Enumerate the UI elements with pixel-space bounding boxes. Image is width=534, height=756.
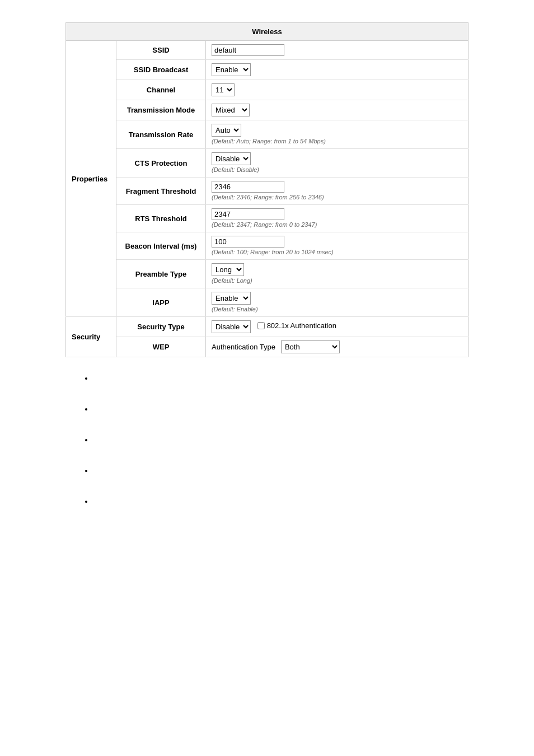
table-row: Channel 1234 5678 91011 — [66, 80, 469, 100]
table-row: Preamble Type Long Short (Default: Long) — [66, 260, 469, 288]
wep-cell: Authentication Type Both Open System Sha… — [206, 337, 469, 357]
table-row: CTS Protection Disable Enable (Default: … — [66, 149, 469, 178]
table-row: Security Security Type Disable WEP WPA W… — [66, 317, 469, 337]
transmission-mode-select[interactable]: Mixed B-Only G-Only — [212, 104, 250, 116]
cts-protection-select[interactable]: Disable Enable — [212, 152, 251, 165]
iapp-label: IAPP — [116, 288, 206, 317]
table-row: WEP Authentication Type Both Open System… — [66, 337, 469, 357]
preamble-type-cell: Long Short (Default: Long) — [206, 260, 469, 288]
transmission-rate-select[interactable]: Auto 125.5 1154 — [212, 124, 241, 137]
list-item — [93, 466, 469, 475]
list-item — [93, 405, 469, 413]
preamble-type-select[interactable]: Long Short — [212, 263, 244, 276]
ssid-label: SSID — [116, 41, 206, 60]
properties-section-label: Properties — [66, 41, 116, 317]
beacon-interval-cell: (Default: 100; Range: from 20 to 1024 ms… — [206, 232, 469, 260]
bullet-list-1 — [82, 374, 469, 413]
ssid-value-cell — [206, 41, 469, 60]
rts-threshold-label: RTS Threshold — [116, 205, 206, 232]
list-item — [93, 436, 469, 444]
ssid-broadcast-label: SSID Broadcast — [116, 60, 206, 80]
beacon-interval-label: Beacon Interval (ms) — [116, 232, 206, 260]
auth-type-label: Authentication Type — [212, 343, 275, 351]
table-row: Fragment Threshold (Default: 2346; Range… — [66, 178, 469, 205]
fragment-threshold-label: Fragment Threshold — [116, 178, 206, 205]
channel-select[interactable]: 1234 5678 91011 — [212, 83, 235, 96]
table-row: Transmission Mode Mixed B-Only G-Only — [66, 100, 469, 120]
list-item — [93, 374, 469, 382]
ssid-input[interactable] — [212, 44, 284, 56]
table-row: Properties SSID — [66, 41, 469, 60]
beacon-interval-hint: (Default: 100; Range: from 20 to 1024 ms… — [212, 249, 334, 255]
802-1x-label: 802.1x Authentication — [267, 321, 336, 330]
iapp-hint: (Default: Enable) — [212, 306, 258, 312]
bullet-list-2 — [82, 436, 469, 506]
802-1x-checkbox-label: 802.1x Authentication — [257, 321, 336, 330]
security-section-label: Security — [66, 317, 116, 357]
ssid-broadcast-cell: Enable Disable — [206, 60, 469, 80]
transmission-rate-cell: Auto 125.5 1154 (Default: Auto; Range: f… — [206, 120, 469, 149]
fragment-threshold-cell: (Default: 2346; Range: from 256 to 2346) — [206, 178, 469, 205]
ssid-broadcast-select[interactable]: Enable Disable — [212, 63, 251, 76]
802-1x-checkbox[interactable] — [257, 322, 265, 329]
auth-type-select[interactable]: Both Open System Shared Key — [281, 340, 340, 353]
table-row: SSID Broadcast Enable Disable — [66, 60, 469, 80]
fragment-threshold-input[interactable] — [212, 181, 284, 193]
auth-type-row: Authentication Type Both Open System Sha… — [212, 340, 462, 353]
iapp-cell: Enable Disable (Default: Enable) — [206, 288, 469, 317]
cts-protection-label: CTS Protection — [116, 149, 206, 178]
rts-threshold-input[interactable] — [212, 208, 284, 220]
table-row: IAPP Enable Disable (Default: Enable) — [66, 288, 469, 317]
security-type-select[interactable]: Disable WEP WPA WPA2 — [212, 320, 251, 333]
table-row: Beacon Interval (ms) (Default: 100; Rang… — [66, 232, 469, 260]
transmission-mode-label: Transmission Mode — [116, 100, 206, 120]
table-row: RTS Threshold (Default: 2347; Range: fro… — [66, 205, 469, 232]
transmission-rate-hint: (Default: Auto; Range: from 1 to 54 Mbps… — [212, 138, 326, 144]
transmission-mode-cell: Mixed B-Only G-Only — [206, 100, 469, 120]
list-item — [93, 497, 469, 506]
security-type-cell: Disable WEP WPA WPA2 802.1x Authenticati… — [206, 317, 469, 337]
iapp-select[interactable]: Enable Disable — [212, 292, 251, 305]
table-header: Wireless — [66, 23, 469, 41]
cts-protection-cell: Disable Enable (Default: Disable) — [206, 149, 469, 178]
wireless-table: Wireless Properties SSID SSID Broadcast … — [65, 22, 469, 357]
beacon-interval-input[interactable] — [212, 236, 284, 248]
preamble-type-label: Preamble Type — [116, 260, 206, 288]
security-type-label: Security Type — [116, 317, 206, 337]
rts-threshold-cell: (Default: 2347; Range: from 0 to 2347) — [206, 205, 469, 232]
transmission-rate-label: Transmission Rate — [116, 120, 206, 149]
fragment-threshold-hint: (Default: 2346; Range: from 256 to 2346) — [212, 194, 324, 200]
channel-label: Channel — [116, 80, 206, 100]
channel-cell: 1234 5678 91011 — [206, 80, 469, 100]
wep-label: WEP — [116, 337, 206, 357]
cts-protection-hint: (Default: Disable) — [212, 166, 259, 173]
rts-threshold-hint: (Default: 2347; Range: from 0 to 2347) — [212, 221, 317, 228]
preamble-type-hint: (Default: Long) — [212, 277, 252, 284]
page-container: Wireless Properties SSID SSID Broadcast … — [65, 22, 469, 506]
table-row: Transmission Rate Auto 125.5 1154 (Defau… — [66, 120, 469, 149]
